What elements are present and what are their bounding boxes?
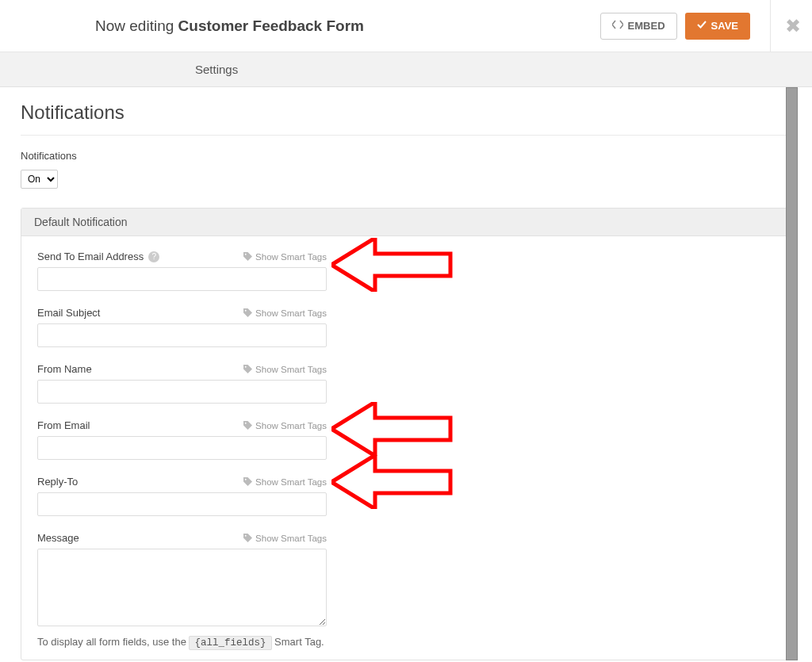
header-title: Now editing Customer Feedback Form: [0, 17, 600, 35]
smart-tags-link[interactable]: Show Smart Tags: [243, 477, 327, 487]
email-subject-input[interactable]: [37, 323, 327, 347]
from-name-input[interactable]: [37, 380, 327, 404]
field-message: Message Show Smart Tags: [37, 532, 775, 629]
hint-token: {all_fields}: [189, 636, 271, 650]
embed-button[interactable]: EMBED: [600, 13, 677, 40]
field-send-to: Send To Email Address ? Show Smart Tags: [37, 251, 775, 291]
message-textarea[interactable]: [37, 549, 327, 626]
save-button-label: SAVE: [711, 20, 738, 32]
field-email-subject: Email Subject Show Smart Tags: [37, 307, 775, 347]
smart-tags-link[interactable]: Show Smart Tags: [243, 534, 327, 543]
notifications-toggle-select[interactable]: On: [21, 170, 58, 189]
header-title-name: Customer Feedback Form: [178, 17, 364, 34]
svg-point-5: [245, 535, 247, 537]
header-divider: [770, 0, 771, 52]
tag-icon: [243, 252, 252, 261]
smart-tags-link[interactable]: Show Smart Tags: [243, 308, 327, 318]
notifications-toggle-label: Notifications: [21, 150, 791, 162]
field-from-name: From Name Show Smart Tags: [37, 363, 775, 404]
hint-suffix: Smart Tag.: [272, 636, 324, 648]
all-fields-hint: To display all form fields, use the {all…: [37, 636, 775, 649]
panel-title: Default Notification: [21, 209, 791, 236]
tab-settings[interactable]: Settings: [195, 63, 238, 76]
header-title-prefix: Now editing: [95, 17, 178, 34]
tag-icon: [243, 365, 252, 373]
from-email-input[interactable]: [37, 436, 327, 460]
main: Notifications Notifications On Default N…: [0, 87, 812, 662]
smart-tags-link[interactable]: Show Smart Tags: [243, 252, 327, 262]
tag-icon: [243, 534, 252, 542]
send-to-input[interactable]: [37, 267, 327, 291]
check-icon: [697, 20, 707, 32]
reply-to-label: Reply-To: [37, 476, 78, 488]
tag-icon: [243, 477, 252, 486]
close-icon: ✖: [785, 15, 801, 36]
code-icon: [612, 20, 623, 32]
app-header: Now editing Customer Feedback Form EMBED…: [0, 0, 812, 52]
content: Notifications Notifications On Default N…: [0, 87, 812, 662]
tag-icon: [243, 421, 252, 430]
panel-body: Send To Email Address ? Show Smart Tags …: [21, 236, 791, 660]
field-from-email: From Email Show Smart Tags: [37, 419, 775, 460]
svg-point-4: [245, 479, 247, 480]
tag-icon: [243, 308, 252, 317]
page-heading: Notifications: [21, 95, 791, 136]
svg-point-3: [245, 423, 247, 424]
save-button[interactable]: SAVE: [685, 13, 750, 40]
message-label: Message: [37, 532, 79, 544]
smart-tags-link[interactable]: Show Smart Tags: [243, 365, 327, 374]
nav-bar: Settings: [0, 52, 812, 87]
smart-tags-link[interactable]: Show Smart Tags: [243, 421, 327, 430]
field-reply-to: Reply-To Show Smart Tags: [37, 476, 775, 516]
embed-button-label: EMBED: [628, 20, 665, 32]
close-button[interactable]: ✖: [785, 15, 812, 37]
scrollbar[interactable]: [786, 87, 798, 660]
svg-point-2: [245, 366, 247, 368]
help-icon[interactable]: ?: [148, 251, 159, 262]
email-subject-label: Email Subject: [37, 307, 100, 319]
svg-point-0: [245, 254, 247, 255]
send-to-label: Send To Email Address: [37, 251, 144, 262]
from-name-label: From Name: [37, 363, 92, 375]
default-notification-panel: Default Notification Send To Email Addre…: [21, 208, 791, 660]
from-email-label: From Email: [37, 419, 90, 431]
reply-to-input[interactable]: [37, 492, 327, 516]
svg-point-1: [245, 310, 247, 312]
hint-prefix: To display all form fields, use the: [37, 636, 189, 648]
header-actions: EMBED SAVE: [600, 13, 766, 40]
